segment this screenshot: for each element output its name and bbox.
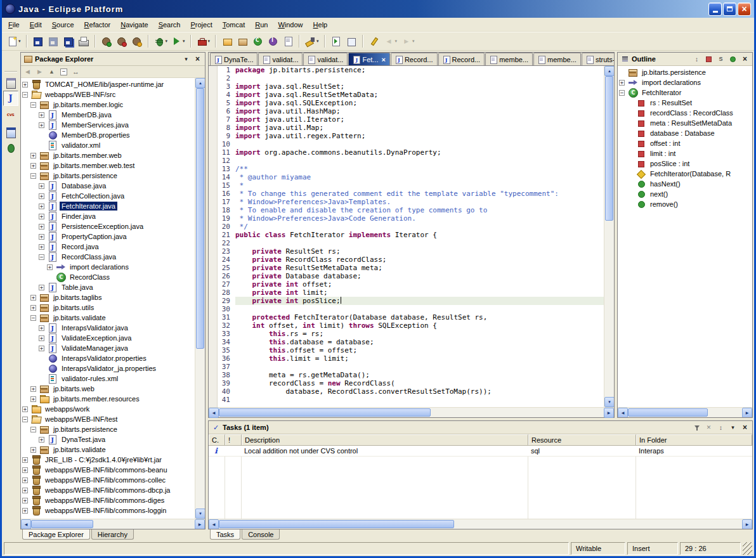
tree-item[interactable]: +FetchIterator.java — [21, 201, 195, 211]
restore-button[interactable] — [723, 3, 736, 16]
scroll-thumb[interactable] — [196, 88, 204, 349]
tree-expander-icon[interactable]: + — [39, 346, 44, 351]
tasks-column-header[interactable]: ! — [225, 434, 242, 445]
resource-perspective-button[interactable] — [3, 74, 18, 89]
hide-static-icon[interactable] — [716, 55, 726, 63]
code-text[interactable] — [235, 74, 604, 82]
code-text[interactable]: import org.apache.commons.beanutils.Dyna… — [235, 148, 604, 157]
run-button[interactable]: ▾ — [169, 34, 187, 49]
tasks-column-header[interactable]: In Folder — [636, 434, 752, 445]
tree-item[interactable]: +jp.bitarts.utils — [21, 302, 195, 313]
editor-tab[interactable]: membe... — [533, 53, 581, 65]
java-browsing-perspective-button[interactable] — [3, 124, 18, 139]
code-text[interactable]: public class FetchIterator implements It… — [235, 231, 604, 239]
tree-item[interactable]: validator.xml — [21, 140, 195, 150]
cvs-perspective-button[interactable] — [3, 107, 18, 122]
tree-expander-icon[interactable]: + — [39, 193, 44, 199]
tree-item[interactable]: −jp.bitarts.persistence — [21, 171, 195, 181]
code-text[interactable]: this.offset = offset; — [235, 346, 604, 354]
tree-expander-icon[interactable]: − — [30, 427, 36, 432]
tree-expander-icon[interactable]: + — [30, 396, 36, 402]
menu-project[interactable]: Project — [186, 19, 218, 30]
save-all-button[interactable] — [61, 34, 76, 49]
tree-expander-icon[interactable]: + — [39, 112, 44, 118]
code-text[interactable] — [235, 157, 604, 165]
java-search-button[interactable]: ▾ — [303, 34, 321, 49]
tree-item[interactable]: InterapsValidator_ja.properties — [21, 363, 195, 373]
code-text[interactable]: int offset, int limit) throws SQLExcepti… — [235, 321, 604, 330]
tree-item[interactable]: posSlice : int — [618, 159, 752, 169]
tree-expander-icon[interactable]: + — [22, 82, 28, 88]
menu-source[interactable]: Source — [47, 19, 79, 30]
scroll-thumb[interactable] — [628, 408, 708, 417]
scroll-left-button[interactable]: ◀ — [209, 408, 219, 418]
tree-item[interactable]: meta : ResultSetMetaData — [618, 118, 752, 128]
outline-horizontal-scrollbar[interactable]: ◀ ▶ — [618, 407, 752, 417]
scroll-track[interactable] — [604, 76, 614, 397]
tomcat-restart-button[interactable] — [129, 34, 145, 49]
editor-horizontal-scrollbar[interactable]: ◀ ▶ — [209, 407, 614, 417]
tree-expander-icon[interactable]: + — [39, 183, 44, 189]
tree-expander-icon[interactable]: + — [47, 264, 53, 270]
tree-expander-icon[interactable]: + — [39, 122, 44, 128]
tree-item[interactable]: +FetchCollection.java — [21, 191, 195, 201]
scroll-thumb[interactable] — [219, 520, 454, 528]
tree-item[interactable]: +Record.java — [21, 242, 195, 252]
editor-marker-bar[interactable] — [209, 66, 218, 407]
code-text[interactable] — [235, 140, 604, 148]
print-button[interactable] — [76, 34, 91, 49]
menu-window[interactable]: Window — [273, 19, 308, 30]
tree-item[interactable]: +webapps/work — [21, 404, 195, 414]
tree-item[interactable]: +PropertyCaption.java — [21, 231, 195, 242]
scroll-left-button[interactable]: ◀ — [21, 519, 31, 529]
code-text[interactable]: /** — [235, 165, 604, 173]
tree-item[interactable]: +InterapsValidator.java — [21, 323, 195, 333]
save-button[interactable] — [30, 34, 46, 49]
new-snippet-button[interactable] — [280, 34, 296, 49]
sort-icon[interactable] — [692, 55, 701, 63]
task-row[interactable]: Local addition not under CVS controlsqlI… — [209, 446, 752, 457]
back-icon[interactable] — [23, 67, 32, 76]
code-text[interactable]: import java.util.regex.Pattern; — [235, 132, 604, 140]
view-menu-icon[interactable] — [728, 423, 738, 432]
tree-item[interactable]: +jp.bitarts.validate — [21, 444, 195, 455]
scroll-track[interactable] — [219, 408, 604, 417]
close-icon[interactable] — [740, 423, 750, 432]
forward-icon[interactable] — [35, 67, 44, 76]
code-text[interactable]: protected FetchIterator(Database databas… — [235, 313, 604, 321]
tree-expander-icon[interactable]: + — [39, 224, 44, 230]
dropdown-arrow-icon[interactable]: ▾ — [395, 39, 398, 44]
code-text[interactable]: import java.util.HashMap; — [235, 107, 604, 115]
tree-item[interactable]: +webapps/WEB-INF/lib/commons-beanu — [21, 465, 195, 475]
tree-item[interactable]: −jp.bitarts.persistence — [21, 424, 195, 434]
tree-item[interactable]: recordClass : RecordClass — [618, 108, 752, 118]
tree-item[interactable]: +Finder.java — [21, 211, 195, 221]
tree-expander-icon[interactable]: + — [39, 437, 44, 443]
tomcat-start-button[interactable] — [99, 34, 114, 49]
tree-item[interactable]: −FetchIterator — [618, 88, 752, 98]
new-package-button[interactable] — [235, 34, 250, 49]
scroll-thumb[interactable] — [31, 520, 93, 528]
tree-expander-icon[interactable]: + — [30, 447, 36, 453]
scroll-right-button[interactable]: ▶ — [604, 408, 614, 418]
tree-item[interactable]: +jp.bitarts.member.web — [21, 150, 195, 160]
tree-expander-icon[interactable]: + — [22, 498, 28, 503]
tree-item[interactable]: −jp.bitarts.member.logic — [21, 100, 195, 110]
tree-item[interactable]: +jp.bitarts.taglibs — [21, 292, 195, 302]
dropdown-arrow-icon[interactable]: ▾ — [183, 39, 185, 44]
code-text[interactable]: recordClass = new RecordClass( — [235, 379, 604, 387]
scroll-track[interactable] — [219, 519, 742, 529]
code-text[interactable]: * @author miyamae — [235, 173, 604, 181]
tree-item[interactable]: +MemberDB.java — [21, 110, 195, 120]
tree-expander-icon[interactable]: + — [39, 335, 44, 341]
scroll-right-button[interactable]: ▶ — [742, 519, 752, 529]
tomcat-stop-button[interactable] — [114, 34, 129, 49]
tree-expander-icon[interactable]: + — [22, 477, 28, 483]
tree-expander-icon[interactable]: + — [22, 467, 28, 473]
code-text[interactable]: private int offset; — [235, 280, 604, 289]
tree-item[interactable]: +webapps/WEB-INF/lib/commons-diges — [21, 495, 195, 505]
tree-expander-icon[interactable]: + — [619, 80, 625, 86]
scroll-right-button[interactable]: ▶ — [742, 408, 752, 418]
tree-item[interactable]: +TOMCAT_HOME/lib/jasper-runtime.jar — [21, 79, 195, 89]
code-text[interactable]: */ — [235, 223, 604, 231]
